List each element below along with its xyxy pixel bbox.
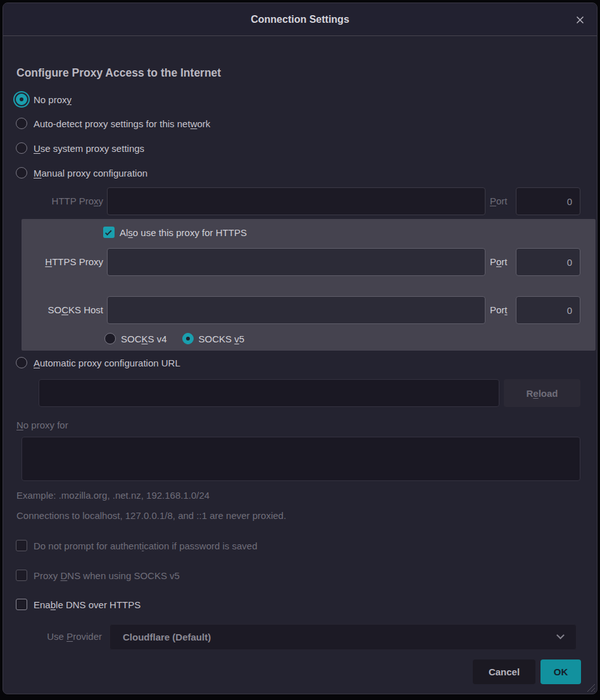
provider-selected-value: Cloudflare (Default) xyxy=(123,632,211,642)
https-same-proxy-option[interactable]: Also use this proxy for HTTPS xyxy=(103,225,247,240)
doh-checkbox[interactable] xyxy=(16,599,27,610)
close-button[interactable] xyxy=(572,11,588,28)
radio-system-proxy[interactable] xyxy=(16,142,27,154)
https-proxy-label: HTTPS Proxy xyxy=(22,256,103,267)
radio-no-proxy-label[interactable]: No proxy xyxy=(34,94,72,105)
resize-grip-icon[interactable] xyxy=(586,683,595,692)
socks-port-input[interactable] xyxy=(516,296,580,324)
http-proxy-input[interactable] xyxy=(107,187,485,215)
chevron-down-icon xyxy=(556,631,565,639)
radio-auto-url-label[interactable]: Automatic proxy configuration URL xyxy=(34,358,180,368)
reload-button[interactable]: Reload xyxy=(504,379,580,407)
dialog-title: Connection Settings xyxy=(3,3,597,36)
socks-host-input[interactable] xyxy=(107,296,485,324)
page-title: Configure Proxy Access to the Internet xyxy=(16,66,221,80)
radio-option-auto-url[interactable]: Automatic proxy configuration URL xyxy=(16,355,180,370)
socks-host-label: SOCKS Host xyxy=(22,304,103,315)
radio-option-autodetect[interactable]: Auto-detect proxy settings for this netw… xyxy=(16,116,210,131)
http-port-input[interactable] xyxy=(516,187,580,215)
no-prompt-checkbox[interactable] xyxy=(16,540,27,551)
highlighted-section: Also use this proxy for HTTPS HTTPS Prox… xyxy=(22,219,596,351)
https-same-proxy-checkbox[interactable] xyxy=(103,227,115,238)
no-proxy-for-textarea[interactable] xyxy=(22,437,580,481)
radio-autodetect-label[interactable]: Auto-detect proxy settings for this netw… xyxy=(34,118,210,129)
socks-v4-option[interactable]: SOCKS v4 xyxy=(104,331,167,346)
https-same-proxy-label[interactable]: Also use this proxy for HTTPS xyxy=(120,227,247,238)
check-icon xyxy=(105,228,112,235)
radio-manual-proxy-label[interactable]: Manual proxy configuration xyxy=(34,168,147,178)
radio-no-proxy[interactable] xyxy=(16,94,27,105)
https-port-label: Port xyxy=(490,256,508,267)
socks-v5-option[interactable]: SOCKS v5 xyxy=(182,331,245,346)
hint-example: Example: .mozilla.org, .net.nz, 192.168.… xyxy=(16,490,209,501)
titlebar: Connection Settings xyxy=(3,3,597,36)
cancel-button[interactable]: Cancel xyxy=(473,659,535,684)
screen: Connection Settings Configure Proxy Acce… xyxy=(0,0,600,700)
https-proxy-input[interactable] xyxy=(107,248,485,276)
radio-system-proxy-label[interactable]: Use system proxy settings xyxy=(34,143,144,154)
http-port-label: Port xyxy=(490,196,508,206)
no-proxy-for-label: No proxy for xyxy=(16,420,68,430)
provider-label: Use Provider xyxy=(3,631,102,642)
radio-option-system[interactable]: Use system proxy settings xyxy=(16,141,144,156)
proxy-dns-option[interactable]: Proxy DNS when using SOCKS v5 xyxy=(16,568,180,583)
socks-version-row: SOCKS v4 SOCKS v5 xyxy=(104,331,244,346)
radio-auto-url[interactable] xyxy=(16,357,27,368)
provider-dropdown[interactable]: Cloudflare (Default) xyxy=(109,624,577,650)
radio-manual-proxy[interactable] xyxy=(16,167,27,178)
socks-v5-label[interactable]: SOCKS v5 xyxy=(199,334,245,344)
radio-option-manual[interactable]: Manual proxy configuration xyxy=(16,165,147,180)
no-prompt-option[interactable]: Do not prompt for authentication if pass… xyxy=(16,538,258,553)
radio-option-no-proxy[interactable]: No proxy xyxy=(16,92,72,107)
socks-port-label: Port xyxy=(490,304,508,315)
http-proxy-label: HTTP Proxy xyxy=(3,196,103,206)
doh-label[interactable]: Enable DNS over HTTPS xyxy=(34,599,141,610)
radio-autodetect[interactable] xyxy=(16,118,27,129)
https-port-input[interactable] xyxy=(516,248,580,276)
radio-socks-v5[interactable] xyxy=(182,333,194,344)
socks-v4-label[interactable]: SOCKS v4 xyxy=(121,334,167,344)
radio-socks-v4[interactable] xyxy=(104,333,116,344)
proxy-dns-checkbox[interactable] xyxy=(16,570,27,581)
proxy-dns-label[interactable]: Proxy DNS when using SOCKS v5 xyxy=(34,570,180,581)
connection-settings-dialog: Connection Settings Configure Proxy Acce… xyxy=(3,3,597,694)
auto-url-input[interactable] xyxy=(39,379,499,407)
hint-localhost: Connections to localhost, 127.0.0.1/8, a… xyxy=(16,510,286,521)
no-prompt-label[interactable]: Do not prompt for authentication if pass… xyxy=(34,541,258,551)
ok-button[interactable]: OK xyxy=(541,659,581,684)
doh-option[interactable]: Enable DNS over HTTPS xyxy=(16,597,141,612)
close-icon xyxy=(575,15,585,25)
